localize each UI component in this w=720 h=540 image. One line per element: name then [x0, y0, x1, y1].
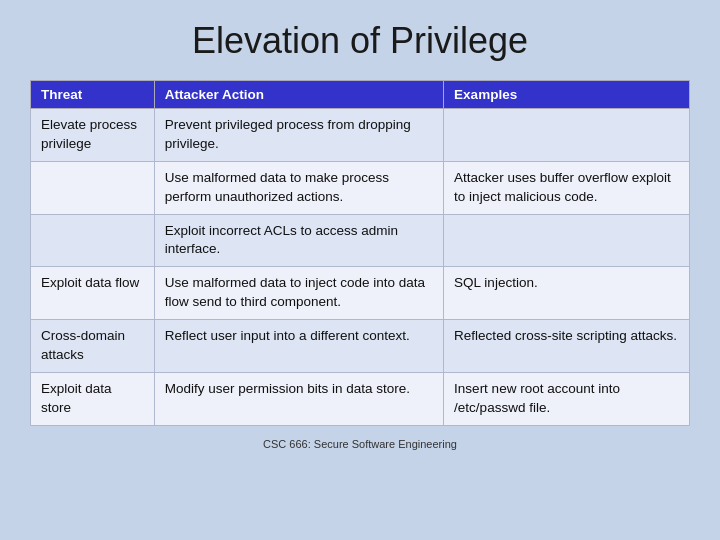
cell-action: Use malformed data to inject code into d… [154, 267, 443, 320]
cell-threat: Cross-domain attacks [31, 320, 155, 373]
cell-threat [31, 214, 155, 267]
cell-action: Modify user permission bits in data stor… [154, 372, 443, 425]
table-row: Exploit incorrect ACLs to access admin i… [31, 214, 690, 267]
cell-examples: SQL injection. [444, 267, 690, 320]
cell-examples: Attacker uses buffer overflow exploit to… [444, 161, 690, 214]
table-row: Exploit data flowUse malformed data to i… [31, 267, 690, 320]
cell-action: Use malformed data to make process perfo… [154, 161, 443, 214]
cell-threat: Exploit data store [31, 372, 155, 425]
cell-action: Reflect user input into a different cont… [154, 320, 443, 373]
page-title: Elevation of Privilege [192, 20, 528, 62]
table-row: Exploit data storeModify user permission… [31, 372, 690, 425]
elevation-table: Threat Attacker Action Examples Elevate … [30, 80, 690, 426]
table-row: Cross-domain attacksReflect user input i… [31, 320, 690, 373]
cell-action: Exploit incorrect ACLs to access admin i… [154, 214, 443, 267]
footer-text: CSC 666: Secure Software Engineering [263, 438, 457, 450]
col-examples: Examples [444, 81, 690, 109]
cell-threat [31, 161, 155, 214]
cell-threat: Exploit data flow [31, 267, 155, 320]
cell-action: Prevent privileged process from dropping… [154, 109, 443, 162]
cell-examples [444, 214, 690, 267]
cell-examples [444, 109, 690, 162]
col-threat: Threat [31, 81, 155, 109]
col-action: Attacker Action [154, 81, 443, 109]
cell-examples: Reflected cross-site scripting attacks. [444, 320, 690, 373]
cell-examples: Insert new root account into /etc/passwd… [444, 372, 690, 425]
table-row: Elevate process privilegePrevent privile… [31, 109, 690, 162]
table-row: Use malformed data to make process perfo… [31, 161, 690, 214]
cell-threat: Elevate process privilege [31, 109, 155, 162]
